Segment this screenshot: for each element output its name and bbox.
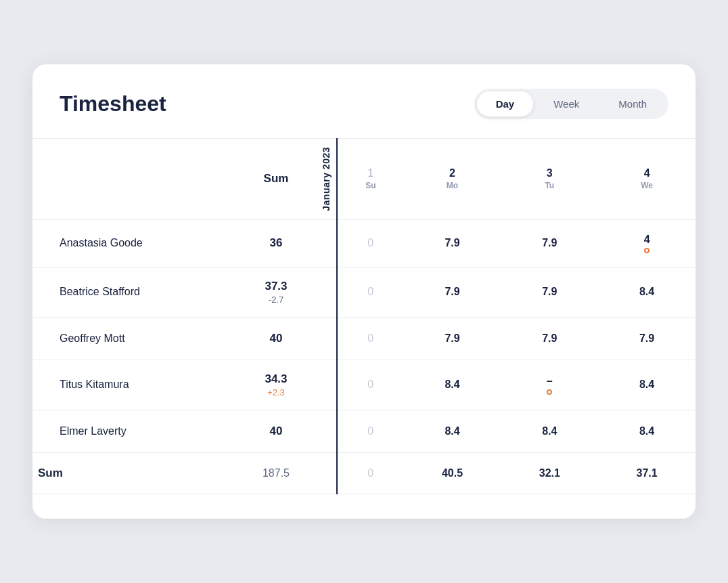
day-cell-0-0[interactable]: 0	[337, 219, 404, 267]
day-value: 7.9	[506, 286, 593, 298]
day-value: 7.9	[409, 237, 496, 249]
month-separator	[317, 317, 337, 360]
day-cell-2-0[interactable]: 0	[337, 317, 404, 360]
timesheet-table: Sum January 2023 1 Su 2 Mo 3 Tu	[32, 138, 696, 494]
day-cell-2-2[interactable]: 7.9	[501, 317, 598, 360]
footer-month-separator	[317, 452, 337, 494]
day-2-name: Mo	[409, 181, 496, 190]
employee-name-2: Geoffrey Mott	[32, 317, 235, 360]
day-value: 0	[343, 286, 399, 298]
day-cell-4-1[interactable]: 8.4	[404, 410, 501, 452]
day-cell-3-1[interactable]: 8.4	[404, 360, 501, 410]
employee-sum-4: 40	[235, 410, 317, 452]
day-value: 0	[343, 425, 399, 437]
sum-main-value: 34.3	[246, 372, 306, 386]
day-value: –	[506, 375, 593, 387]
sum-main-value: 37.3	[246, 280, 306, 293]
day-value: 8.4	[506, 425, 593, 437]
employee-sum-2: 40	[235, 317, 317, 360]
day-1-name: Su	[343, 181, 399, 190]
table-row: Beatrice Stafford37.3-2.707.97.98.4	[32, 267, 696, 317]
day-cell-3-0[interactable]: 0	[337, 360, 404, 410]
alert-dot-icon	[547, 389, 552, 395]
day-value: 8.4	[409, 425, 496, 437]
day-cell-0-2[interactable]: 7.9	[501, 219, 598, 267]
day-value: 8.4	[604, 379, 690, 391]
day-value: 7.9	[506, 237, 593, 249]
day-3-name: Tu	[506, 181, 593, 190]
day-value: 0	[343, 332, 399, 345]
day-value: 0	[343, 379, 399, 391]
day-cell-2-3[interactable]: 7.9	[598, 317, 696, 360]
month-separator	[317, 360, 337, 410]
day-value: 8.4	[604, 286, 690, 298]
table-row: Geoffrey Mott4007.97.97.9	[32, 317, 696, 360]
sum-diff-value: +2.3	[246, 387, 306, 397]
day-cell-4-3[interactable]: 8.4	[598, 410, 696, 452]
alert-dot-icon	[644, 248, 650, 253]
day-value: 7.9	[604, 332, 690, 345]
sum-main-value: 40	[246, 425, 306, 438]
day-4-name: We	[604, 181, 690, 190]
table-wrapper: Sum January 2023 1 Su 2 Mo 3 Tu	[32, 138, 696, 494]
card-header: Timesheet Day Week Month	[32, 89, 696, 138]
table-row: Elmer Laverty4008.48.48.4	[32, 410, 696, 452]
employee-name-3: Titus Kitamura	[32, 360, 235, 410]
day-value: 7.9	[506, 332, 593, 345]
day-cell-3-2[interactable]: –	[501, 360, 598, 410]
month-column-header: January 2023	[317, 139, 337, 220]
day-2-header: 2 Mo	[404, 139, 501, 220]
day-value: 7.9	[409, 286, 496, 298]
footer-day-0: 0	[337, 452, 404, 494]
table-header-row: Sum January 2023 1 Su 2 Mo 3 Tu	[32, 139, 696, 220]
day-cell-0-3[interactable]: 4	[598, 219, 696, 267]
page-title: Timesheet	[60, 91, 166, 116]
day-3-num: 3	[506, 167, 593, 179]
day-toggle-button[interactable]: Day	[477, 91, 534, 116]
day-4-header: 4 We	[598, 139, 696, 220]
employee-name-0: Anastasia Goode	[32, 219, 235, 267]
day-cell-4-2[interactable]: 8.4	[501, 410, 598, 452]
month-toggle-button[interactable]: Month	[599, 91, 666, 116]
employee-name-1: Beatrice Stafford	[32, 267, 235, 317]
day-value: 8.4	[604, 425, 690, 437]
footer-day-3: 37.1	[598, 452, 696, 494]
table-row: Titus Kitamura34.3+2.308.4–8.4	[32, 360, 696, 410]
sum-main-value: 36	[246, 236, 306, 250]
day-value: 4	[604, 234, 690, 246]
footer-sum-row: Sum187.5040.532.137.1	[32, 452, 696, 494]
employee-sum-3: 34.3+2.3	[235, 360, 317, 410]
day-cell-1-0[interactable]: 0	[337, 267, 404, 317]
sum-column-header: Sum	[235, 139, 317, 220]
timesheet-card: Timesheet Day Week Month Sum January 202…	[32, 64, 696, 519]
month-separator	[317, 410, 337, 452]
day-2-num: 2	[409, 167, 496, 179]
month-label: January 2023	[317, 139, 336, 219]
footer-day-1: 40.5	[404, 452, 501, 494]
day-cell-0-1[interactable]: 7.9	[404, 219, 501, 267]
day-value: 8.4	[409, 379, 496, 391]
day-value: 7.9	[409, 332, 496, 345]
table-row: Anastasia Goode3607.97.94	[32, 219, 696, 267]
day-cell-1-3[interactable]: 8.4	[598, 267, 696, 317]
sum-diff-value: -2.7	[246, 295, 306, 305]
footer-label: Sum	[32, 452, 235, 494]
day-cell-3-3[interactable]: 8.4	[598, 360, 696, 410]
employee-sum-1: 37.3-2.7	[235, 267, 317, 317]
name-column-header	[32, 139, 235, 220]
day-cell-1-2[interactable]: 7.9	[501, 267, 598, 317]
day-3-header: 3 Tu	[501, 139, 598, 220]
week-toggle-button[interactable]: Week	[534, 91, 598, 116]
employee-name-4: Elmer Laverty	[32, 410, 235, 452]
day-value: 0	[343, 237, 399, 249]
day-1-header: 1 Su	[337, 139, 404, 220]
footer-total-sum: 187.5	[235, 452, 317, 494]
view-toggle: Day Week Month	[474, 89, 668, 119]
day-4-num: 4	[604, 167, 690, 179]
month-separator	[317, 219, 337, 267]
footer-day-2: 32.1	[501, 452, 598, 494]
day-cell-2-1[interactable]: 7.9	[404, 317, 501, 360]
day-cell-4-0[interactable]: 0	[337, 410, 404, 452]
day-1-num: 1	[343, 167, 399, 179]
day-cell-1-1[interactable]: 7.9	[404, 267, 501, 317]
